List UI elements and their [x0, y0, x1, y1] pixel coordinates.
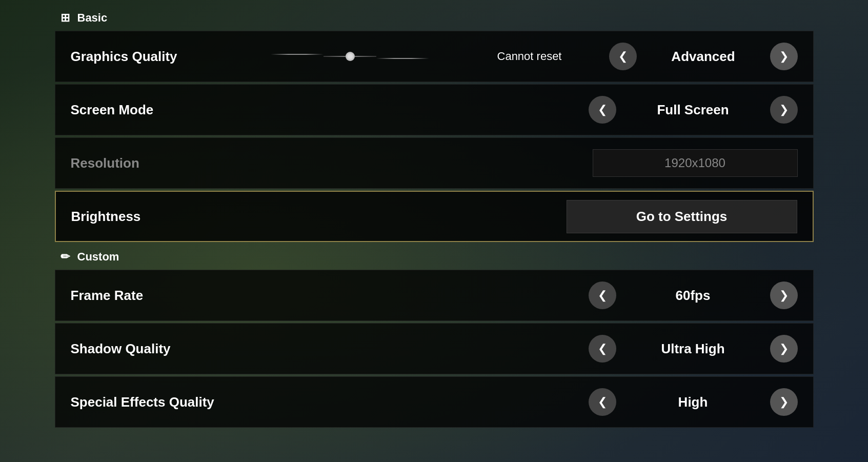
- grid-icon: ⊞: [59, 12, 71, 24]
- shadow-quality-value: Ultra High: [616, 341, 770, 357]
- resolution-value: 1920x1080: [593, 149, 798, 177]
- screen-mode-prev-button[interactable]: ❮: [589, 96, 616, 124]
- slider-top-line: [271, 54, 324, 55]
- shadow-quality-control: ❮ Ultra High ❯: [250, 335, 798, 363]
- graphics-quality-row: Graphics Quality Cannot reset ❮ Advanced…: [55, 31, 814, 82]
- frame-rate-row: Frame Rate ❮ 60fps ❯: [55, 270, 814, 321]
- resolution-control: 1920x1080: [250, 149, 798, 177]
- custom-label: Custom: [77, 250, 119, 264]
- shadow-quality-prev-button[interactable]: ❮: [589, 335, 616, 363]
- slider-left-track: [324, 56, 346, 57]
- frame-rate-label: Frame Rate: [71, 288, 250, 304]
- special-effects-quality-row: Special Effects Quality ❮ High ❯: [55, 376, 814, 428]
- graphics-quality-slider-area: [250, 52, 450, 61]
- slider-bottom-line: [376, 58, 429, 59]
- cannot-reset-label: Cannot reset: [450, 50, 609, 63]
- special-effects-quality-control: ❮ High ❯: [250, 388, 798, 416]
- graphics-quality-label: Graphics Quality: [71, 49, 250, 65]
- special-effects-quality-next-button[interactable]: ❯: [770, 388, 798, 416]
- resolution-row: Resolution 1920x1080: [55, 137, 814, 189]
- screen-mode-label: Screen Mode: [71, 102, 250, 118]
- slider-right-track: [355, 56, 377, 57]
- graphics-quality-next-button[interactable]: ❯: [770, 43, 798, 70]
- custom-section-header: ✏ Custom: [55, 244, 814, 270]
- go-to-settings-button[interactable]: Go to Settings: [567, 200, 797, 233]
- resolution-label: Resolution: [71, 155, 250, 171]
- frame-rate-prev-button[interactable]: ❮: [589, 282, 616, 309]
- shadow-quality-next-button[interactable]: ❯: [770, 335, 798, 363]
- basic-label: Basic: [77, 11, 108, 25]
- graphics-quality-control: Cannot reset ❮ Advanced ❯: [250, 43, 798, 70]
- screen-mode-next-button[interactable]: ❯: [770, 96, 798, 124]
- screen-mode-value: Full Screen: [616, 102, 770, 118]
- frame-rate-value: 60fps: [616, 288, 770, 304]
- special-effects-quality-value: High: [616, 394, 770, 410]
- brightness-label: Brightness: [71, 209, 251, 225]
- graphics-quality-value: Advanced: [637, 49, 770, 65]
- slider-thumb: [346, 52, 355, 61]
- shadow-quality-row: Shadow Quality ❮ Ultra High ❯: [55, 323, 814, 374]
- special-effects-quality-label: Special Effects Quality: [71, 394, 250, 410]
- pencil-icon: ✏: [59, 251, 71, 263]
- frame-rate-next-button[interactable]: ❯: [770, 282, 798, 309]
- basic-section-header: ⊞ Basic: [55, 5, 814, 31]
- graphics-quality-prev-button[interactable]: ❮: [609, 43, 637, 70]
- screen-mode-row: Screen Mode ❮ Full Screen ❯: [55, 84, 814, 135]
- special-effects-quality-prev-button[interactable]: ❮: [589, 388, 616, 416]
- frame-rate-control: ❮ 60fps ❯: [250, 282, 798, 309]
- shadow-quality-label: Shadow Quality: [71, 341, 250, 357]
- screen-mode-control: ❮ Full Screen ❯: [250, 96, 798, 124]
- brightness-control: Go to Settings: [251, 200, 797, 233]
- brightness-row: Brightness Go to Settings: [55, 191, 814, 242]
